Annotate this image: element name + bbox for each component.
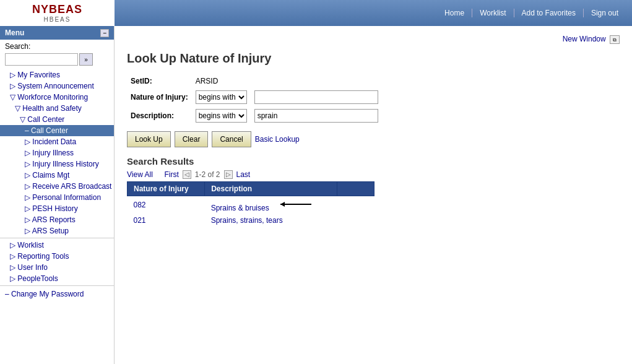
sidebar-item-claims-mgt[interactable]: ▷ Claims Mgt <box>0 170 114 181</box>
results-table: Nature of Injury Description 082 Sprains… <box>127 181 374 227</box>
nav-add-to-favorites[interactable]: Add to Favorites <box>514 9 584 17</box>
page-title: Look Up Nature of Injury <box>127 51 620 66</box>
sidebar-search-row: » <box>0 52 114 68</box>
logo: NYBEAS HBEAS <box>0 0 115 26</box>
description-input[interactable] <box>254 109 378 123</box>
result-desc-082[interactable]: Sprains & bruises <box>211 204 269 212</box>
sidebar-item-my-favorites[interactable]: ▷ My Favorites <box>0 69 114 80</box>
change-my-password-link[interactable]: – Change My Password <box>0 287 114 301</box>
sidebar-minimize-btn[interactable]: – <box>100 29 109 37</box>
lookup-form: SetID: ARSID Nature of Injury: begins wi… <box>127 74 382 125</box>
sidebar-item-incident-data[interactable]: ▷ Incident Data <box>0 136 114 147</box>
top-nav: Home Worklist Add to Favorites Sign out <box>437 9 626 17</box>
sidebar-item-health-and-safety[interactable]: ▽ Health and Safety <box>0 103 114 114</box>
sidebar-item-call-center-parent[interactable]: ▽ Call Center <box>0 114 114 125</box>
lookup-button[interactable]: Look Up <box>127 131 171 147</box>
last-link[interactable]: Last <box>236 170 251 179</box>
result-desc-021[interactable]: Sprains, strains, tears <box>211 216 283 225</box>
sidebar-item-system-announcement[interactable]: ▷ System Announcement <box>0 80 114 92</box>
sidebar-search-label: Search: <box>0 40 114 52</box>
sidebar-menu-label: Menu <box>5 28 24 37</box>
next-page-btn[interactable]: ▷ <box>224 170 233 179</box>
clear-button[interactable]: Clear <box>175 131 209 147</box>
description-label: Description: <box>127 106 192 125</box>
setid-label: SetID: <box>127 74 192 88</box>
table-row: 082 Sprains & bruises <box>128 196 374 214</box>
basic-lookup-link[interactable]: Basic Lookup <box>255 135 300 144</box>
sidebar-item-reporting-tools[interactable]: ▷ Reporting Tools <box>0 251 114 262</box>
sidebar-item-user-info[interactable]: ▷ User Info <box>0 262 114 273</box>
result-code-021[interactable]: 021 <box>134 216 146 225</box>
view-all-link[interactable]: View All <box>127 170 153 179</box>
sidebar-search-input[interactable] <box>5 53 78 66</box>
pagination-row: View All First ◁ 1-2 of 2 ▷ Last <box>127 170 620 179</box>
logo-hbeas: HBEAS <box>44 16 71 23</box>
logo-nybeas: NYBEAS <box>32 3 82 16</box>
description-operator-select[interactable]: begins with contains = not = <box>196 109 247 123</box>
sidebar-item-ars-setup[interactable]: ▷ ARS Setup <box>0 225 114 236</box>
sidebar-search-button[interactable]: » <box>79 53 93 66</box>
sidebar-item-pesh-history[interactable]: ▷ PESH History <box>0 203 114 214</box>
arrow-annotation <box>277 198 314 212</box>
nav-sign-out[interactable]: Sign out <box>584 9 626 17</box>
cancel-button[interactable]: Cancel <box>212 131 251 147</box>
new-window-bar: New Window ⧉ <box>127 32 620 49</box>
sidebar-item-workforce-monitoring[interactable]: ▽ Workforce Monitoring <box>0 92 114 103</box>
nav-home[interactable]: Home <box>437 9 472 17</box>
result-code-082[interactable]: 082 <box>134 201 146 209</box>
nav-worklist[interactable]: Worklist <box>472 9 514 17</box>
sidebar-item-people-tools[interactable]: ▷ PeopleTools <box>0 273 114 284</box>
svg-marker-1 <box>280 202 285 207</box>
sidebar: Menu – Search: » ▷ My Favorites ▷ System… <box>0 26 115 364</box>
sidebar-item-worklist[interactable]: ▷ Worklist <box>0 240 114 251</box>
main-content: New Window ⧉ Look Up Nature of Injury Se… <box>115 26 632 364</box>
nature-of-injury-operator-select[interactable]: begins with contains = not = <box>196 90 247 104</box>
button-row: Look Up Clear Cancel Basic Lookup <box>127 131 620 147</box>
search-results-title: Search Results <box>127 156 620 167</box>
setid-value: ARSID <box>192 74 382 88</box>
prev-page-btn[interactable]: ◁ <box>183 170 191 179</box>
sidebar-item-injury-illness[interactable]: ▷ Injury Illness <box>0 147 114 158</box>
col-nature-of-injury: Nature of Injury <box>128 181 205 196</box>
first-link[interactable]: First <box>164 170 178 179</box>
sidebar-item-ars-reports[interactable]: ▷ ARS Reports <box>0 214 114 225</box>
sidebar-item-personal-information[interactable]: ▷ Personal Information <box>0 192 114 203</box>
col-description: Description <box>205 181 337 196</box>
nature-of-injury-input[interactable] <box>254 90 378 104</box>
sidebar-item-injury-illness-history[interactable]: ▷ Injury Illness History <box>0 158 114 170</box>
nature-of-injury-label: Nature of Injury: <box>127 88 192 106</box>
sidebar-menu-header: Menu – <box>0 26 114 40</box>
sidebar-item-call-center-active[interactable]: – Call Center <box>0 125 114 136</box>
new-window-link[interactable]: New Window <box>563 35 606 43</box>
layout: Menu – Search: » ▷ My Favorites ▷ System… <box>0 26 632 364</box>
table-row: 021 Sprains, strains, tears <box>128 214 374 227</box>
sidebar-item-receive-ars-broadcast[interactable]: ▷ Receive ARS Broadcast System <box>0 181 114 192</box>
page-info: 1-2 of 2 <box>195 170 220 179</box>
top-header: NYBEAS HBEAS Home Worklist Add to Favori… <box>0 0 632 26</box>
new-window-icon: ⧉ <box>610 35 620 44</box>
sidebar-tree: ▷ My Favorites ▷ System Announcement ▽ W… <box>0 68 114 302</box>
